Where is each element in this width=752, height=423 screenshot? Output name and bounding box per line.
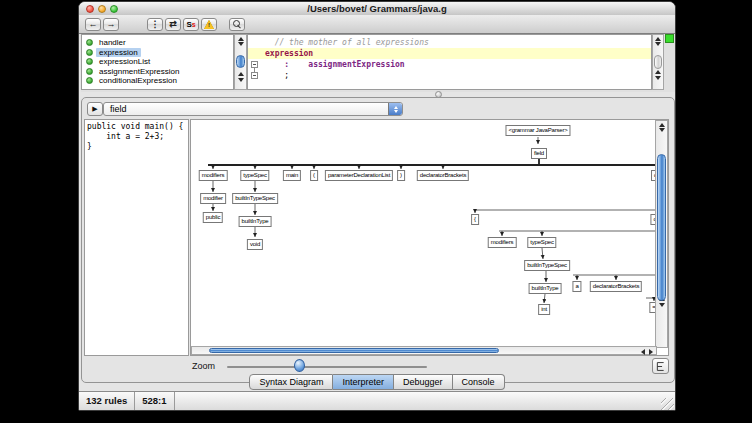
tree-node[interactable]: modifiers xyxy=(488,237,517,248)
start-rule-select[interactable]: field xyxy=(103,102,403,116)
rule-item[interactable]: handler xyxy=(82,38,233,48)
minimize-button[interactable] xyxy=(98,5,106,13)
tree-layout-button[interactable] xyxy=(652,358,669,374)
toolbar: ← → ⋮ ⇄ Ss ! xyxy=(79,15,675,34)
tree-node[interactable]: typeSpec xyxy=(240,170,269,181)
view-tabs: Syntax DiagramInterpreterDebuggerConsole xyxy=(79,374,675,390)
warning-icon: ! xyxy=(204,20,215,29)
test-input-area[interactable]: public void main() { int a = 2+3; } xyxy=(84,119,189,356)
rule-icon xyxy=(86,68,93,75)
sync-button[interactable]: ⇄ xyxy=(165,18,181,31)
sync-icon: ⇄ xyxy=(169,19,177,29)
tree-node[interactable]: void xyxy=(247,239,263,250)
tree-node[interactable]: ( xyxy=(310,170,318,181)
rule-label: handler xyxy=(96,38,129,47)
title-bar: /Users/bovet/ Grammars/java.g xyxy=(79,2,675,16)
tree-node[interactable]: { xyxy=(471,214,479,225)
rule-label: conditionalExpression xyxy=(96,76,180,85)
tab-interpreter[interactable]: Interpreter xyxy=(333,374,394,390)
fold-stem xyxy=(254,68,255,72)
status-bar: 132 rules528:1 xyxy=(79,391,675,411)
rule-icon xyxy=(86,49,93,56)
editor-line: ; xyxy=(248,70,651,81)
tree-node[interactable]: declaratorBrackets xyxy=(417,170,469,181)
rule-item[interactable]: assignmentExpression xyxy=(82,67,233,77)
rule-item[interactable]: conditionalExpression xyxy=(82,76,233,86)
tree-node[interactable]: public xyxy=(203,212,223,223)
back-icon: ← xyxy=(89,19,98,29)
forward-icon: → xyxy=(107,19,116,29)
rule-list-scrollbar[interactable] xyxy=(234,34,247,90)
run-button[interactable]: ▶ xyxy=(87,102,103,116)
back-button[interactable]: ← xyxy=(85,18,101,31)
tree-horizontal-scrollbar[interactable] xyxy=(191,346,657,355)
status-cell: 528:1 xyxy=(135,392,174,411)
tree-node[interactable]: <grammar JavaParser> xyxy=(505,125,570,136)
parse-tree-edges xyxy=(191,120,657,348)
app-window: /Users/bovet/ Grammars/java.g ← → ⋮ ⇄ Ss… xyxy=(78,1,676,411)
sort-icon: ⋮ xyxy=(151,19,160,29)
parse-tree-panel: <grammar JavaParser>fieldmodifierstypeSp… xyxy=(190,119,669,356)
editor-scrollbar[interactable] xyxy=(652,34,664,90)
syntax-coloring-button[interactable]: Ss xyxy=(183,18,199,31)
scrollbar-thumb[interactable] xyxy=(654,55,662,69)
find-button[interactable] xyxy=(229,18,245,31)
tab-debugger[interactable]: Debugger xyxy=(394,374,453,390)
play-icon: ▶ xyxy=(92,105,97,112)
fold-toggle-icon[interactable] xyxy=(251,72,258,79)
tree-node[interactable]: builtInType xyxy=(529,283,562,294)
tree-node[interactable]: ) xyxy=(397,170,405,181)
fold-toggle-icon[interactable] xyxy=(251,61,258,68)
grammar-ok-indicator xyxy=(665,34,674,43)
tree-node[interactable]: builtInType xyxy=(239,216,272,227)
scrollbar-thumb[interactable] xyxy=(657,154,666,301)
zoom-button[interactable] xyxy=(110,5,118,13)
tab-console[interactable]: Console xyxy=(453,374,505,390)
tree-node[interactable]: parameterDeclarationList xyxy=(325,170,393,181)
zoom-label: Zoom xyxy=(192,361,215,371)
grammar-editor[interactable]: // the mother of all expressionsexpressi… xyxy=(247,34,652,90)
warnings-button[interactable]: ! xyxy=(201,18,217,31)
scrollbar-thumb[interactable] xyxy=(236,55,245,68)
tree-node[interactable]: modifier xyxy=(200,193,226,204)
rule-icon xyxy=(86,58,93,65)
tab-syntax-diagram[interactable]: Syntax Diagram xyxy=(249,374,333,390)
sort-rules-button[interactable]: ⋮ xyxy=(147,18,163,31)
tree-node[interactable]: builtInTypeSpec xyxy=(232,193,278,204)
rule-item[interactable]: expressionList xyxy=(82,57,233,67)
window-title: /Users/bovet/ Grammars/java.g xyxy=(307,3,446,14)
tree-node[interactable]: declaratorBrackets xyxy=(590,281,642,292)
editor-section: handlerexpressionexpressionListassignmen… xyxy=(81,34,675,92)
editor-line: // the mother of all expressions xyxy=(248,37,651,48)
tree-node[interactable]: a xyxy=(572,281,581,292)
rule-item[interactable]: expression xyxy=(82,48,233,58)
tree-layout-icon xyxy=(655,361,666,372)
search-icon xyxy=(233,20,242,29)
rule-list: handlerexpressionexpressionListassignmen… xyxy=(81,34,234,90)
rule-label: assignmentExpression xyxy=(96,67,182,76)
tree-node[interactable]: int xyxy=(538,304,550,315)
editor-line: : assignmentExpression xyxy=(248,59,651,70)
zoom-slider-thumb[interactable] xyxy=(294,359,305,372)
rule-icon xyxy=(86,77,93,84)
select-stepper-icon xyxy=(388,103,402,115)
tree-node[interactable]: field xyxy=(531,148,547,159)
tree-node[interactable]: modifiers xyxy=(199,170,228,181)
window-controls xyxy=(86,5,118,13)
editor-line: expression xyxy=(248,48,651,59)
status-cell: 132 rules xyxy=(79,392,135,411)
interpreter-panel: ▶ field public void main() { int a = 2+3… xyxy=(81,97,675,383)
tree-vertical-scrollbar[interactable] xyxy=(655,120,668,348)
start-rule-value: field xyxy=(110,104,127,114)
tree-node[interactable]: typeSpec xyxy=(527,237,556,248)
forward-button[interactable]: → xyxy=(103,18,119,31)
resize-grip-icon[interactable] xyxy=(661,398,674,411)
rule-icon xyxy=(86,39,93,46)
close-button[interactable] xyxy=(86,5,94,13)
tree-node[interactable]: builtInTypeSpec xyxy=(524,260,570,271)
rule-label: expressionList xyxy=(96,57,153,66)
parse-tree-canvas: <grammar JavaParser>fieldmodifierstypeSp… xyxy=(191,120,657,348)
scrollbar-thumb[interactable] xyxy=(209,348,499,353)
tree-node[interactable]: main xyxy=(283,170,301,181)
zoom-slider[interactable] xyxy=(227,366,427,368)
